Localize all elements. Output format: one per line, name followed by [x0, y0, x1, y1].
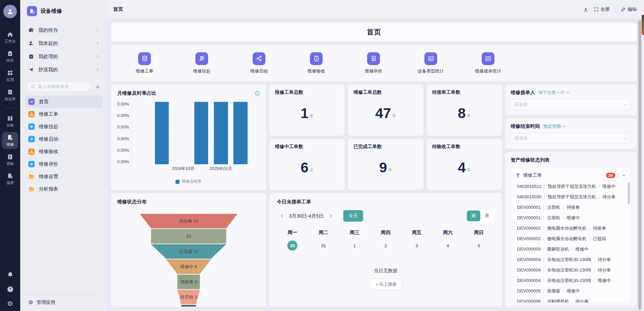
quick-action-设备类型统计[interactable]: 设备类型统计 — [402, 52, 459, 74]
sidebar-item-维修挂起[interactable]: 维修挂起 — [25, 120, 102, 133]
asset-row[interactable]: DEV000004 全电动注塑机30-230吨 维修中 — [515, 275, 627, 286]
rail-item-保养[interactable]: 保养 — [2, 170, 18, 188]
asset-row[interactable]: DEV000001 注塑机 维修中 — [515, 213, 627, 223]
asset-row[interactable]: DEV000006 湿料搅拌机 待分单 — [515, 296, 627, 303]
status-text: 待分单 — [575, 299, 588, 303]
rail-item-知识库[interactable]: AI 知识库 — [2, 86, 18, 104]
knowledge-icon: AI — [7, 89, 13, 95]
apps-icon — [7, 69, 13, 76]
stat-card-待接单工单数: 待接单工单数 8 单 — [427, 85, 502, 136]
next-week-button[interactable] — [326, 214, 336, 218]
prev-week-button[interactable] — [277, 214, 287, 218]
rail-item-台账[interactable]: 台账 — [2, 113, 18, 130]
quick-action-维修成本统计[interactable]: 维修成本统计 — [459, 52, 517, 74]
add-page-button[interactable]: ＋ — [94, 83, 101, 90]
filter-operator[interactable]: 预定范围 — [543, 123, 566, 130]
chevron-down-icon[interactable] — [621, 173, 626, 178]
sidebar-item-维修工单[interactable]: 维修工单 — [25, 108, 102, 120]
quick-action-维修挂起[interactable]: 维修挂起 — [173, 52, 230, 74]
sidebar-group-我的待办[interactable]: 我的待办 — [25, 24, 102, 37]
folder-icon — [28, 186, 35, 192]
page-scrollbar-thumb[interactable] — [642, 15, 644, 35]
manage-app-button[interactable]: ⚙ 管理应用 — [25, 294, 102, 306]
search-input[interactable] — [38, 84, 87, 89]
asset-row[interactable]: DEV000005 蒸馏釜 维修中 — [515, 286, 627, 296]
download-button[interactable] — [583, 7, 588, 12]
sidebar-group-我处理的[interactable]: 我处理的 — [25, 50, 102, 63]
filter-card-endtime: 维修结束时间 预定范围 请选择 — [505, 118, 637, 149]
asset-row[interactable]: DEV000001 注塑机 待接单 — [515, 202, 627, 213]
rail-item-待办[interactable]: 待办 — [2, 48, 18, 65]
info-icon[interactable] — [255, 91, 260, 96]
sidebar-item-维修启动[interactable]: 维修启动 — [25, 133, 102, 145]
help-icon[interactable]: ? — [7, 286, 14, 293]
asset-row[interactable]: DEV000002 微电脑全自动孵化机 待接单 — [515, 223, 627, 233]
add-now-button[interactable]: ＋马上添加 — [370, 279, 402, 290]
edit-button[interactable]: 编辑 — [621, 6, 637, 12]
x-tick-label: 2024年10月 — [172, 166, 194, 172]
calendar-date-31[interactable]: 31 — [318, 241, 328, 251]
quick-action-维修启动[interactable]: 维修启动 — [230, 52, 288, 74]
asset-row[interactable]: DEV000004 全电动注塑机30-230吨 待分单 — [515, 254, 627, 265]
quick-action-维修验收[interactable]: 维修验收 — [288, 52, 345, 74]
asset-group-header[interactable]: 维修工单 24 — [515, 171, 627, 181]
chevron-down-icon — [562, 124, 566, 129]
calendar-date-3[interactable]: 3 — [412, 241, 422, 251]
home-icon — [7, 31, 13, 38]
list-scrollbar-thumb[interactable] — [628, 182, 630, 204]
content-scrollbar-thumb[interactable] — [638, 20, 641, 310]
today-button[interactable]: 今天 — [343, 210, 363, 222]
settings-gear-icon[interactable]: ⚙ — [7, 300, 13, 307]
sidebar-group-抄送我的[interactable]: 抄送我的 — [25, 63, 102, 76]
asset-row[interactable]: 0403010021 预处理挤干辊交流张力机 维修中 — [515, 181, 627, 192]
calendar-date-30[interactable]: 30 — [287, 241, 297, 251]
calendar-date-1[interactable]: 1 — [350, 241, 360, 251]
fullscreen-button[interactable]: 全屏 — [594, 6, 610, 12]
calendar-date-5[interactable]: 5 — [474, 241, 484, 251]
asset-row[interactable]: 0403010030 预处理挤干辊交流张力机 待分单 — [515, 192, 627, 202]
weekday-label: 周三 — [339, 229, 370, 236]
app-logo-icon — [27, 6, 37, 16]
sidebar-item-分析报表[interactable]: 分析报表 — [25, 183, 102, 195]
filter-operator[interactable]: 等于任意一个 — [539, 90, 570, 96]
org-tree-icon — [28, 148, 35, 155]
chart-line-mini-icon — [28, 98, 35, 105]
endtime-select[interactable]: 请选择 — [511, 133, 631, 144]
asset-row[interactable]: DEV000004 全电动注塑机30-230吨 待分单 — [515, 265, 627, 275]
month-view-button[interactable]: 月 — [480, 210, 494, 221]
rail-item-工作台[interactable]: 工作台 — [2, 29, 18, 46]
week-view-button[interactable]: 周 — [467, 210, 480, 221]
rail-item-巡检[interactable]: 巡检 — [2, 151, 18, 168]
status-funnel-card: 维修状态分布 待分单 1310已完成 10维修中 6待接单 3待开始 3已驳回 … — [111, 193, 266, 307]
sidebar-search[interactable] — [26, 82, 91, 91]
calendar-title: 今日未接单工单 — [277, 199, 494, 205]
status-text: 维修中 — [602, 183, 615, 190]
calendar-date-4[interactable]: 4 — [443, 241, 453, 251]
weekday-label: 周四 — [370, 229, 401, 236]
weekday-label: 周二 — [308, 229, 339, 236]
user-avatar[interactable] — [3, 5, 17, 18]
bell-icon[interactable] — [7, 271, 14, 278]
stat-card-维修工单总数: 维修工单总数 47 单 — [348, 85, 423, 136]
sidebar-item-维修设置[interactable]: 维修设置 — [25, 170, 102, 183]
asset-row[interactable]: DEV000002 微电脑全自动孵化机 已驳回 — [515, 233, 627, 244]
quick-action-维修评价[interactable]: 维修评价 — [345, 52, 402, 74]
rail-item-维修[interactable]: 维修 — [2, 132, 18, 149]
left-rail: 工作台 待办 应用 AI 知识库 台账 维修 巡检 保养 ? ⚙ — [0, 0, 20, 311]
sidebar-item-维修验收[interactable]: 维修验收 — [25, 145, 102, 158]
rail-item-应用[interactable]: 应用 — [2, 67, 18, 84]
sidebar-item-维修评价[interactable]: 维修评价 — [25, 158, 102, 170]
edit-pencil-icon — [621, 7, 626, 12]
no-data-text: 当日无数据 — [374, 268, 397, 274]
receiver-select[interactable]: 请选择 — [511, 99, 631, 110]
asset-row[interactable]: DEV000003 聚脲喷涂机 维修中 — [515, 244, 627, 254]
sidebar-item-首页[interactable]: 首页 — [25, 95, 102, 108]
svg-text:AI: AI — [9, 91, 11, 93]
quick-action-维修工单[interactable]: 维修工单 — [116, 52, 173, 74]
y-tick-label: 0.00% — [117, 160, 129, 164]
sidebar-group-我发起的[interactable]: 我发起的 — [25, 37, 102, 50]
y-tick-label: 0.00% — [117, 113, 129, 118]
calendar-date-2[interactable]: 2 — [381, 241, 391, 251]
calendar-card: 今日未接单工单 3月30日-4月5日 今天 周 月 周一周二周三周四周五周六周日 — [269, 193, 502, 307]
page-scrollbar-track[interactable] — [642, 0, 644, 311]
